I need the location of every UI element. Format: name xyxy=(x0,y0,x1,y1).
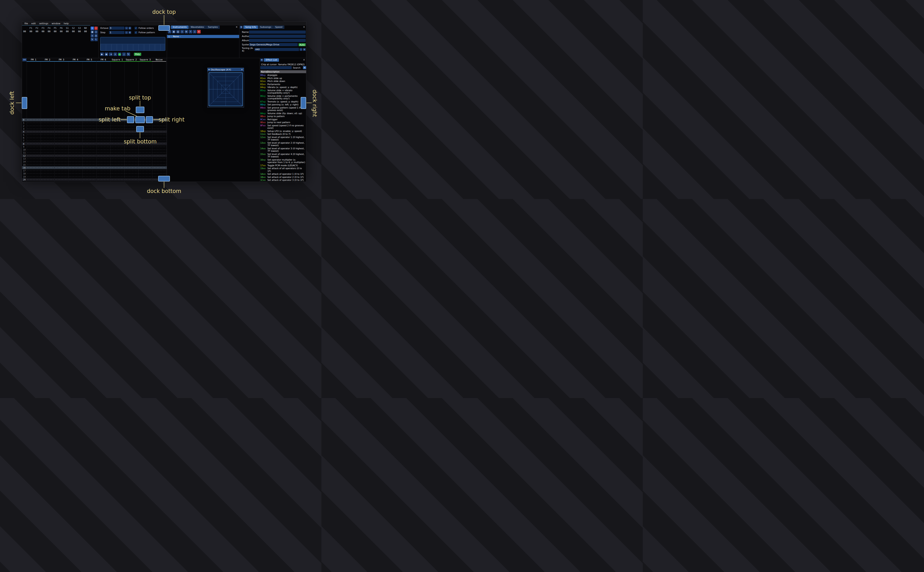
pattern-cell[interactable] xyxy=(55,139,69,142)
pattern-cell[interactable] xyxy=(110,133,124,136)
move-order-down-button[interactable]: ∨ xyxy=(90,34,94,37)
pattern-body[interactable]: 0123456789101112131415161718192021 xyxy=(22,62,167,182)
pattern-cell[interactable] xyxy=(124,172,138,175)
auto-system-button[interactable]: Auto xyxy=(299,43,306,46)
pattern-cell[interactable] xyxy=(124,166,138,169)
pattern-cell[interactable] xyxy=(41,142,55,145)
channel-header-5[interactable]: FM 5 xyxy=(83,58,97,62)
pattern-cell[interactable] xyxy=(124,181,138,182)
channel-header-9[interactable]: Square 3 xyxy=(138,58,152,62)
poly-mono-toggle-button[interactable]: Poly xyxy=(134,53,141,56)
order-cell[interactable]: 00 xyxy=(83,30,89,33)
pattern-cell[interactable] xyxy=(83,160,97,163)
pattern-cell[interactable] xyxy=(152,124,166,127)
effect-row[interactable]: 06xyVolume slide + portamento (compatibi… xyxy=(260,95,307,100)
duplicate-order-button[interactable]: ▣ xyxy=(90,30,94,34)
pattern-row[interactable]: 16 xyxy=(22,166,167,169)
pattern-cell[interactable] xyxy=(138,163,152,166)
album-input[interactable] xyxy=(249,39,306,42)
pattern-cell[interactable] xyxy=(138,175,152,178)
pattern-cell[interactable] xyxy=(26,121,41,124)
channel-header-3[interactable]: FM 3 xyxy=(55,58,69,62)
split-left-target[interactable] xyxy=(127,116,134,123)
pattern-cell[interactable] xyxy=(55,127,69,130)
tuning-decrease-button[interactable]: - xyxy=(300,48,302,51)
pattern-cell[interactable] xyxy=(69,166,83,169)
pattern-cell[interactable] xyxy=(83,157,97,160)
pattern-cell[interactable] xyxy=(110,175,124,178)
pattern-cell[interactable] xyxy=(110,163,124,166)
effect-row[interactable]: 01xxPitch slide up xyxy=(260,77,307,80)
pattern-cell[interactable] xyxy=(26,175,41,178)
pattern-cell[interactable] xyxy=(83,133,97,136)
effect-search-input[interactable] xyxy=(260,66,292,69)
split-right-target[interactable] xyxy=(146,116,153,123)
effect-row[interactable]: 0BxxJump to pattern xyxy=(260,115,307,118)
pattern-cell[interactable] xyxy=(41,151,55,154)
pattern-cell[interactable] xyxy=(124,163,138,166)
add-order-button[interactable]: + xyxy=(90,26,94,30)
octave-increase-button[interactable]: + xyxy=(128,27,131,30)
tuning-increase-button[interactable]: + xyxy=(303,48,306,51)
effect-row[interactable]: 02xxPitch slide down xyxy=(260,80,307,83)
dock-left-target[interactable] xyxy=(22,97,27,109)
pattern-cell[interactable] xyxy=(55,157,69,160)
pattern-cell[interactable] xyxy=(124,154,138,157)
pattern-cell[interactable] xyxy=(41,175,55,178)
pattern-cell[interactable] xyxy=(41,154,55,157)
pattern-cell[interactable] xyxy=(41,160,55,163)
tab-samples[interactable]: Samples xyxy=(206,25,220,29)
repeat-pattern-button[interactable]: ↻ xyxy=(126,53,130,56)
pattern-row[interactable]: 21 xyxy=(22,181,167,182)
pattern-cell[interactable] xyxy=(41,178,55,181)
pattern-cell[interactable] xyxy=(55,175,69,178)
pattern-cell[interactable] xyxy=(83,175,97,178)
octave-decrease-button[interactable]: - xyxy=(125,27,128,30)
pattern-cell[interactable] xyxy=(152,160,166,163)
make-tab-target[interactable] xyxy=(136,116,145,123)
order-cell[interactable]: 00 xyxy=(70,30,76,33)
pattern-cell[interactable] xyxy=(124,175,138,178)
order-cell[interactable]: 00 xyxy=(64,30,70,33)
author-input[interactable] xyxy=(249,35,306,38)
pattern-cell[interactable] xyxy=(96,136,110,139)
menu-item-window[interactable]: window xyxy=(50,22,62,25)
duplicate-instrument-button[interactable]: ▣ xyxy=(172,30,176,33)
pattern-cell[interactable] xyxy=(26,148,41,151)
order-cell[interactable]: 00 xyxy=(76,30,83,33)
effect-row[interactable]: 0FxxSet speed (speed 2 if no grooves exi… xyxy=(260,124,307,130)
effect-row[interactable]: 17xxToggle PCM mode (LEGACY) xyxy=(260,164,307,167)
pattern-cell[interactable] xyxy=(69,148,83,151)
pattern-cell[interactable] xyxy=(110,157,124,160)
pattern-cell[interactable] xyxy=(41,148,55,151)
pattern-cell[interactable] xyxy=(55,163,69,166)
effect-row[interactable]: 14xxSet level of operator 3 (0 highest, … xyxy=(260,147,307,152)
pattern-row[interactable]: 3 xyxy=(22,127,167,130)
pattern-cell[interactable] xyxy=(69,142,83,145)
effect-row[interactable]: 11xxSet feedback (0 to 7) xyxy=(260,132,307,136)
pattern-cell[interactable] xyxy=(55,130,69,133)
tab-effect-list[interactable]: Effect List xyxy=(264,58,279,62)
pattern-cell[interactable] xyxy=(26,163,41,166)
pattern-cell[interactable] xyxy=(110,142,124,145)
pattern-cell[interactable] xyxy=(55,118,69,121)
pattern-cell[interactable] xyxy=(96,160,110,163)
pattern-cell[interactable] xyxy=(41,127,55,130)
name-input[interactable] xyxy=(249,31,306,34)
pattern-cell[interactable] xyxy=(138,169,152,172)
pattern-cell[interactable] xyxy=(26,160,41,163)
pattern-cell[interactable] xyxy=(96,130,110,133)
pattern-row[interactable]: 20 xyxy=(22,178,167,181)
effect-row[interactable]: 10xySetup LFO (x: enable; y: speed) xyxy=(260,130,307,133)
duplicate-order-end-button[interactable]: ⇊ xyxy=(94,34,98,37)
pattern-cell[interactable] xyxy=(152,163,166,166)
pattern-cell[interactable] xyxy=(96,133,110,136)
pattern-cell[interactable] xyxy=(41,145,55,148)
pattern-cell[interactable] xyxy=(55,154,69,157)
pattern-cell[interactable] xyxy=(26,151,41,154)
order-cell[interactable]: 00 xyxy=(40,30,46,33)
pattern-cell[interactable] xyxy=(55,121,69,124)
dock-right-target[interactable] xyxy=(301,97,306,109)
pattern-cell[interactable] xyxy=(110,172,124,175)
pattern-cell[interactable] xyxy=(55,160,69,163)
